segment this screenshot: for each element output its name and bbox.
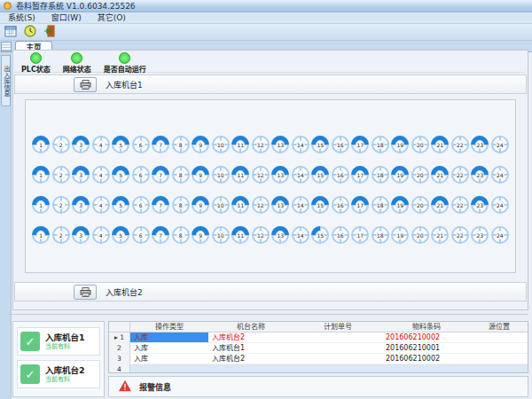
reel-slot[interactable]: 24 [491, 166, 509, 184]
reel-slot[interactable]: 12 [252, 136, 270, 153]
reel-slot[interactable]: 7 [152, 136, 169, 153]
reel-slot[interactable]: 6 [132, 226, 150, 244]
reel-slot[interactable]: 1 [32, 226, 50, 244]
reel-slot[interactable]: 6 [132, 196, 150, 214]
reel-slot[interactable]: 11 [231, 226, 249, 244]
reel-slot[interactable]: 5 [112, 166, 129, 184]
reel-slot[interactable]: 15 [311, 166, 329, 184]
side-panel-tab[interactable]: 出入库信息 [1, 55, 11, 106]
reel-slot[interactable]: 9 [192, 136, 209, 153]
reel-slot[interactable]: 19 [391, 226, 409, 244]
reel-slot[interactable]: 20 [411, 136, 429, 153]
reel-slot[interactable]: 10 [212, 166, 230, 184]
station-status-card[interactable]: ✓入库机台2当前有料 [17, 360, 100, 388]
reel-slot[interactable]: 11 [231, 166, 249, 184]
table-cell[interactable]: 入库 [130, 343, 208, 354]
reel-slot[interactable]: 10 [212, 196, 230, 214]
reel-slot[interactable]: 2 [52, 226, 70, 244]
reel-slot[interactable]: 14 [292, 196, 309, 214]
reel-slot[interactable]: 1 [32, 166, 50, 184]
reel-slot[interactable]: 2 [52, 136, 70, 153]
reel-slot[interactable]: 13 [271, 226, 289, 244]
grid-header-cell[interactable]: 物料条码 [382, 322, 471, 332]
reel-slot[interactable]: 6 [132, 166, 150, 184]
reel-slot[interactable]: 10 [212, 136, 230, 153]
reel-slot[interactable]: 2 [52, 166, 70, 184]
reel-slot[interactable]: 18 [372, 166, 389, 184]
menu-item[interactable]: 窗口(W) [43, 12, 90, 24]
reel-slot[interactable]: 12 [252, 196, 270, 214]
menu-item[interactable]: 系统(S) [0, 12, 43, 24]
table-cell[interactable] [471, 354, 528, 364]
reel-slot[interactable]: 24 [491, 226, 509, 244]
table-cell[interactable]: 201606210002 [382, 332, 471, 343]
reel-slot[interactable]: 22 [451, 136, 469, 153]
reel-slot[interactable]: 17 [351, 196, 369, 214]
reel-slot[interactable]: 24 [491, 196, 509, 214]
table-cell[interactable] [471, 332, 528, 343]
table-cell[interactable] [293, 354, 382, 364]
reel-slot[interactable]: 23 [471, 226, 489, 244]
reel-slot[interactable]: 17 [351, 226, 369, 244]
table-cell[interactable]: 入库 [130, 332, 208, 343]
table-cell[interactable] [471, 343, 528, 354]
reel-slot[interactable]: 5 [112, 196, 129, 214]
table-cell[interactable]: 入库机台2 [208, 332, 293, 343]
table-cell[interactable]: 入库机台1 [208, 343, 293, 354]
reel-slot[interactable]: 14 [292, 226, 309, 244]
reel-slot[interactable]: 22 [451, 226, 469, 244]
reel-slot[interactable]: 19 [391, 196, 409, 214]
reel-slot[interactable]: 15 [311, 226, 329, 244]
table-cell[interactable]: 201606210001 [382, 343, 471, 354]
reel-slot[interactable]: 8 [172, 226, 190, 244]
reel-slot[interactable]: 5 [112, 136, 129, 153]
reel-slot[interactable]: 8 [172, 196, 190, 214]
reel-slot[interactable]: 21 [431, 166, 449, 184]
table-row[interactable]: ▸ 1入库入库机台2201606210002 [109, 332, 528, 343]
reel-slot[interactable]: 21 [431, 136, 449, 153]
reel-slot[interactable]: 3 [72, 226, 90, 244]
grid-header-cell[interactable]: 机台名称 [208, 322, 293, 332]
reel-slot[interactable]: 7 [152, 226, 169, 244]
menu-item[interactable]: 其它(O) [90, 12, 134, 24]
table-cell[interactable]: 入库机台2 [208, 354, 293, 364]
reel-slot[interactable]: 4 [92, 136, 110, 153]
exit-button[interactable] [41, 25, 58, 40]
reel-slot[interactable]: 20 [411, 226, 429, 244]
table-cell[interactable] [293, 343, 382, 354]
panel-grip[interactable] [1, 42, 12, 51]
reel-slot[interactable]: 21 [431, 226, 449, 244]
reel-slot[interactable]: 5 [112, 226, 129, 244]
reel-slot[interactable]: 15 [311, 196, 329, 214]
table-cell[interactable] [293, 332, 382, 343]
reel-slot[interactable]: 23 [471, 166, 489, 184]
reel-slot[interactable]: 3 [72, 196, 90, 214]
reel-slot[interactable]: 16 [332, 166, 349, 184]
reel-slot[interactable]: 13 [271, 196, 289, 214]
reel-slot[interactable]: 17 [351, 136, 369, 153]
reel-slot[interactable]: 22 [451, 166, 469, 184]
reel-slot[interactable]: 4 [92, 166, 110, 184]
reel-slot[interactable]: 10 [212, 226, 230, 244]
table-row[interactable]: 3入库入库机台2201606210002 [109, 354, 528, 364]
print-button-station1[interactable] [74, 77, 97, 92]
reel-slot[interactable]: 9 [192, 196, 209, 214]
reel-slot[interactable]: 11 [231, 196, 249, 214]
reel-slot[interactable]: 14 [292, 166, 309, 184]
reel-slot[interactable]: 14 [292, 136, 309, 153]
grid-header-cell[interactable]: 计划单号 [293, 322, 382, 332]
reel-slot[interactable]: 19 [391, 166, 409, 184]
reel-slot[interactable]: 23 [471, 196, 489, 214]
reel-slot[interactable]: 16 [332, 196, 349, 214]
reel-slot[interactable]: 11 [231, 136, 249, 153]
reel-slot[interactable]: 24 [491, 136, 509, 153]
table-cell[interactable]: 201606210002 [382, 354, 471, 364]
reel-slot[interactable]: 12 [252, 226, 270, 244]
grid-header-cell[interactable]: 源位置 [471, 322, 528, 332]
station-status-card[interactable]: ✓入库机台1当前有料 [17, 327, 100, 356]
table-row-next[interactable]: 4 [109, 364, 528, 373]
reel-slot[interactable]: 2 [52, 196, 70, 214]
reel-slot[interactable]: 7 [152, 196, 169, 214]
reel-slot[interactable]: 3 [72, 136, 90, 153]
reel-slot[interactable]: 6 [132, 136, 150, 153]
